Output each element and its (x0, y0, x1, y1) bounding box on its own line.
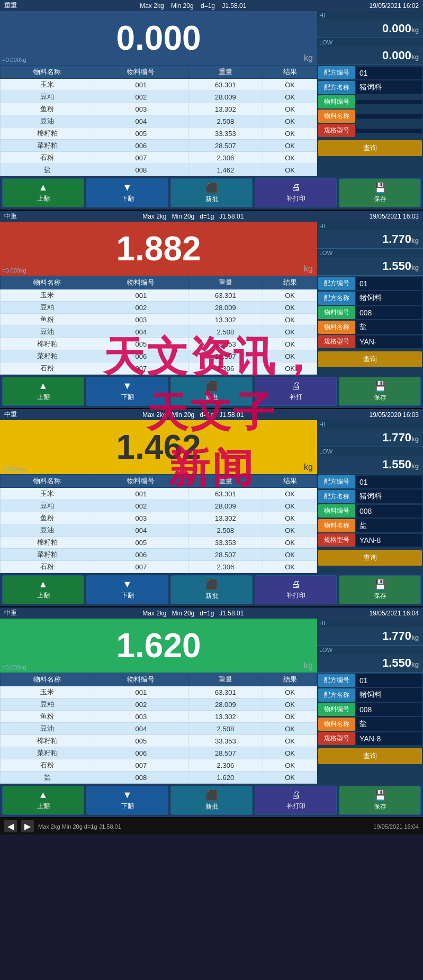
action-new-4[interactable]: ⬛新批 (170, 786, 253, 815)
action-save-2[interactable]: 💾保存 (339, 377, 421, 406)
recipe-name-row-4: 配方名称 猪饲料 (318, 688, 422, 702)
bottom-nav: ◀ ▶ Max 2kg Min 20g d=1g J1.58.01 19/05/… (0, 818, 423, 834)
spec-val-2: YAN- (356, 335, 422, 348)
action-print-2[interactable]: 🖨补打 (255, 377, 337, 406)
print-icon-2: 🖨 (291, 380, 301, 392)
col-header-name-3: 物料名称 (1, 475, 94, 488)
action-save-3[interactable]: 💾保存 (339, 575, 421, 604)
action-down-2[interactable]: ▼下翻 (86, 377, 168, 406)
action-new-1[interactable]: ⬛新批 (170, 178, 253, 207)
material-name-row-1: 物料名称 (318, 110, 422, 123)
recipe-name-btn-2[interactable]: 配方名称 (318, 292, 355, 305)
header-bar-2: 中重 Max 2kg Min 20g d=1g J1.58.01 19/05/2… (0, 211, 423, 222)
recipe-code-btn-4[interactable]: 配方编号 (318, 674, 355, 687)
table-row: 豆油0042.508OK (1, 723, 317, 735)
action-down-3[interactable]: ▼下翻 (86, 575, 168, 604)
action-up-4[interactable]: ▲上翻 (2, 786, 84, 815)
action-down-4[interactable]: ▼下翻 (86, 786, 168, 815)
table-row: 石粉0072.306OK (1, 759, 317, 772)
query-btn-container-4: 查询 (318, 748, 422, 764)
down-icon-1: ▼ (123, 182, 132, 193)
query-btn-3[interactable]: 查询 (318, 550, 422, 566)
recipe-name-btn-3[interactable]: 配方名称 (318, 490, 355, 503)
material-code-row-2: 物料编号 008 (318, 306, 422, 319)
action-print-3[interactable]: 🖨补打印 (255, 575, 337, 604)
action-print-4[interactable]: 🖨补打印 (255, 786, 337, 815)
material-name-btn-2[interactable]: 物料名称 (318, 321, 355, 334)
side-panel-4: 配方编号 01 配方名称 猪饲料 物料编号 008 物料名称 盐 规格型号 (317, 673, 423, 784)
low-value-4: 1.550kg (317, 654, 423, 673)
action-print-1[interactable]: 🖨补打印 (255, 178, 337, 207)
recipe-name-btn-4[interactable]: 配方名称 (318, 688, 355, 702)
down-icon-4: ▼ (123, 790, 132, 801)
query-btn-container-1: 查询 (318, 140, 422, 156)
recipe-code-row-2: 配方编号 01 (318, 277, 422, 290)
hi-label-4: HI (317, 619, 423, 627)
nav-forward-icon[interactable]: ▶ (21, 820, 34, 832)
panel-4: 中重 Max 2kg Min 20g d=1g J1.58.01 19/05/2… (0, 607, 423, 818)
weight-unit-1: kg (304, 53, 313, 63)
action-down-1[interactable]: ▼下翻 (86, 178, 168, 207)
material-code-btn-3[interactable]: 物料编号 (318, 504, 355, 518)
new-icon-1: ⬛ (206, 182, 218, 194)
spec-btn-4[interactable]: 规格型号 (318, 732, 355, 745)
hi-value-4: 1.770kg (317, 627, 423, 646)
action-up-2[interactable]: ▲上翻 (2, 377, 84, 406)
material-code-row-4: 物料编号 008 (318, 703, 422, 716)
action-bar-3: ▲上翻 ▼下翻 ⬛新批 🖨补打印 💾保存 (0, 573, 423, 606)
material-code-btn-4[interactable]: 物料编号 (318, 703, 355, 716)
hi-value-1: 0.000kg (317, 20, 423, 38)
recipe-name-btn-1[interactable]: 配方名称 (318, 81, 355, 94)
weight-main-1: =0.000kg 0.000 kg (0, 11, 317, 65)
col-header-code-4: 物料编号 (94, 673, 188, 686)
material-name-btn-1[interactable]: 物料名称 (318, 110, 355, 123)
side-panel-3: 配方编号 01 配方名称 猪饲料 物料编号 008 物料名称 盐 规格型号 (317, 474, 423, 573)
material-code-btn-2[interactable]: 物料编号 (318, 306, 355, 319)
spec-btn-3[interactable]: 规格型号 (318, 533, 355, 547)
material-name-btn-3[interactable]: 物料名称 (318, 519, 355, 532)
action-save-1[interactable]: 💾保存 (339, 178, 421, 207)
spec-btn-2[interactable]: 规格型号 (318, 335, 355, 348)
main-table-1: 物料名称 物料编号 重量 结果 玉米00163.301OK豆粕00228.009… (0, 65, 317, 176)
col-header-code-1: 物料编号 (94, 66, 188, 79)
material-code-val-4: 008 (356, 703, 422, 716)
weight-side-4: HI 1.770kg LOW 1.550kg (317, 619, 423, 673)
query-btn-container-2: 查询 (318, 351, 422, 367)
query-btn-2[interactable]: 查询 (318, 351, 422, 367)
action-save-4[interactable]: 💾保存 (339, 786, 421, 815)
col-header-result-4: 结果 (263, 673, 317, 686)
spec-btn-1[interactable]: 规格型号 (318, 124, 355, 137)
recipe-code-btn-2[interactable]: 配方编号 (318, 277, 355, 290)
hi-label-2: HI (317, 222, 423, 230)
recipe-name-val-1: 猪饲料 (356, 80, 422, 94)
save-icon-4: 💾 (374, 790, 386, 801)
action-up-3[interactable]: ▲上翻 (2, 575, 84, 604)
table-row: 鱼粉00313.302OK (1, 314, 317, 326)
action-new-2[interactable]: ⬛新批 (170, 377, 253, 406)
recipe-code-btn-3[interactable]: 配方编号 (318, 475, 355, 488)
recipe-code-btn-1[interactable]: 配方编号 (318, 66, 355, 79)
new-icon-3: ⬛ (206, 579, 218, 591)
material-code-row-1: 物料编号 (318, 95, 422, 108)
weight-unit-2: kg (304, 264, 313, 274)
material-name-btn-4[interactable]: 物料名称 (318, 718, 355, 731)
col-header-name-1: 物料名称 (1, 66, 94, 79)
low-value-1: 0.000kg (317, 47, 423, 65)
weight-value-3: 1.462 (116, 430, 201, 464)
action-new-3[interactable]: ⬛新批 (170, 575, 253, 604)
nav-back-icon[interactable]: ◀ (4, 820, 17, 832)
query-btn-1[interactable]: 查询 (318, 140, 422, 156)
col-header-result-3: 结果 (263, 475, 317, 488)
table-section-2: 物料名称 物料编号 重量 结果 玉米00163.301OK豆粕00228.009… (0, 276, 423, 375)
query-btn-4[interactable]: 查询 (318, 748, 422, 764)
header-right-2: 19/05/2021 16:03 (370, 213, 419, 220)
action-up-1[interactable]: ▲上翻 (2, 178, 84, 207)
recipe-code-row-4: 配方编号 01 (318, 674, 422, 687)
action-bar-1: ▲上翻 ▼下翻 ⬛新批 🖨补打印 💾保存 (0, 176, 423, 210)
weight-value-2: 1.882 (116, 232, 201, 266)
low-label-4: LOW (317, 646, 423, 654)
low-label-2: LOW (317, 249, 423, 257)
recipe-code-row-1: 配方编号 01 (318, 66, 422, 79)
table-section-1: 物料名称 物料编号 重量 结果 玉米00163.301OK豆粕00228.009… (0, 65, 423, 176)
material-code-btn-1[interactable]: 物料编号 (318, 95, 355, 108)
